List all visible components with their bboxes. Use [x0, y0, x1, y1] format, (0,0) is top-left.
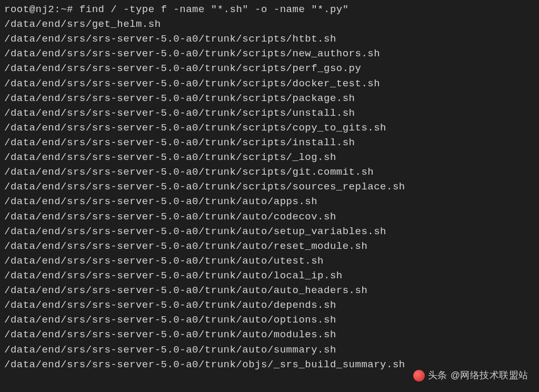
terminal[interactable]: root@nj2:~# find / -type f -name "*.sh" … [4, 2, 535, 372]
output-line: /data/end/srs/srs-server-5.0-a0/trunk/au… [4, 343, 535, 357]
command-text: find / -type f -name "*.sh" -o -name "*.… [79, 4, 349, 15]
watermark-prefix: 头条 [428, 368, 447, 383]
output-line: /data/end/srs/srs-server-5.0-a0/trunk/sc… [4, 76, 535, 91]
output-line: /data/end/srs/srs-server-5.0-a0/trunk/au… [4, 268, 535, 283]
output-line: /data/end/srs/get_helm.sh [4, 17, 535, 32]
output-line: /data/end/srs/srs-server-5.0-a0/trunk/au… [4, 239, 535, 254]
output-line: /data/end/srs/srs-server-5.0-a0/trunk/sc… [4, 61, 535, 76]
output-line: /data/end/srs/srs-server-5.0-a0/trunk/au… [4, 224, 535, 239]
terminal-output: /data/end/srs/get_helm.sh/data/end/srs/s… [4, 17, 535, 372]
output-line: /data/end/srs/srs-server-5.0-a0/trunk/sc… [4, 135, 535, 150]
prompt-symbol: # [67, 4, 73, 15]
output-line: /data/end/srs/srs-server-5.0-a0/trunk/sc… [4, 150, 535, 165]
watermark: 头条 @网络技术联盟站 [413, 368, 528, 383]
output-line: /data/end/srs/srs-server-5.0-a0/trunk/sc… [4, 165, 535, 179]
output-line: /data/end/srs/srs-server-5.0-a0/trunk/au… [4, 194, 535, 209]
output-line: /data/end/srs/srs-server-5.0-a0/trunk/sc… [4, 120, 535, 135]
prompt-colon: : [54, 4, 61, 15]
output-line: /data/end/srs/srs-server-5.0-a0/trunk/au… [4, 313, 535, 327]
output-line: /data/end/srs/srs-server-5.0-a0/trunk/au… [4, 298, 535, 313]
output-line: /data/end/srs/srs-server-5.0-a0/trunk/au… [4, 209, 535, 224]
output-line: /data/end/srs/srs-server-5.0-a0/trunk/sc… [4, 179, 535, 194]
output-line: /data/end/srs/srs-server-5.0-a0/trunk/au… [4, 254, 535, 268]
output-line: /data/end/srs/srs-server-5.0-a0/trunk/au… [4, 327, 535, 342]
output-line: /data/end/srs/srs-server-5.0-a0/trunk/au… [4, 283, 535, 298]
prompt-path: ~ [61, 4, 67, 15]
output-line: /data/end/srs/srs-server-5.0-a0/trunk/sc… [4, 106, 535, 120]
toutiao-icon [413, 370, 425, 381]
output-line: /data/end/srs/srs-server-5.0-a0/trunk/sc… [4, 91, 535, 106]
output-line: /data/end/srs/srs-server-5.0-a0/trunk/sc… [4, 46, 535, 61]
prompt-user-host: root@nj2 [4, 4, 54, 15]
output-line: /data/end/srs/srs-server-5.0-a0/trunk/sc… [4, 32, 535, 46]
watermark-text: @网络技术联盟站 [451, 368, 528, 383]
